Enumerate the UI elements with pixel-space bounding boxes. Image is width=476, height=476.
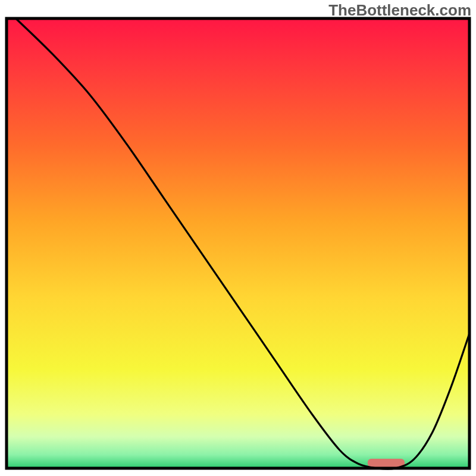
watermark-text: TheBottleneck.com — [328, 1, 471, 20]
optimum-marker — [368, 459, 405, 467]
chart-svg — [0, 0, 476, 476]
bottleneck-chart: TheBottleneck.com — [0, 0, 476, 476]
plot-background — [7, 18, 469, 468]
